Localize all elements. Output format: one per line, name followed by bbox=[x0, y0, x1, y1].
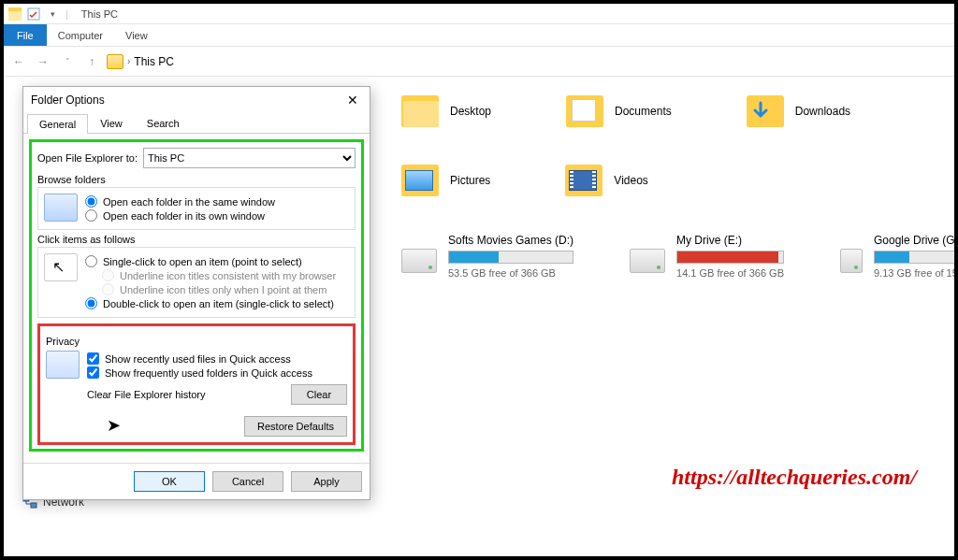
svg-rect-4 bbox=[31, 503, 36, 508]
privacy-label: Privacy bbox=[46, 336, 347, 347]
dialog-titlebar[interactable]: Folder Options ✕ bbox=[23, 87, 370, 113]
radio-input[interactable] bbox=[85, 209, 97, 222]
click-icon bbox=[44, 253, 78, 281]
tab-file[interactable]: File bbox=[4, 24, 47, 46]
radio-input bbox=[102, 269, 114, 281]
folder-videos[interactable]: Videos bbox=[565, 165, 647, 196]
drive-free-text: 14.1 GB free of 366 GB bbox=[676, 267, 784, 279]
up-button[interactable]: ↑ bbox=[82, 52, 101, 71]
apply-button[interactable]: Apply bbox=[291, 471, 362, 492]
folder-pictures[interactable]: Pictures bbox=[401, 165, 490, 196]
qat-dropdown-icon[interactable]: ▾ bbox=[45, 7, 60, 22]
videos-icon bbox=[565, 165, 602, 196]
recent-dropdown[interactable]: ˅ bbox=[58, 52, 77, 71]
privacy-group: Show recently used files in Quick access… bbox=[46, 349, 347, 407]
radio-input[interactable] bbox=[85, 195, 97, 208]
address-bar[interactable]: › This PC bbox=[107, 54, 174, 69]
checkbox-input[interactable] bbox=[87, 366, 99, 379]
forward-button[interactable]: → bbox=[34, 52, 52, 71]
nav-bar: ← → ˅ ↑ › This PC bbox=[4, 47, 954, 77]
folder-label: Downloads bbox=[795, 105, 850, 118]
folders-row-1: Desktop Documents Downloads bbox=[401, 95, 954, 127]
restore-row: Restore Defaults bbox=[46, 416, 347, 437]
desktop-icon bbox=[401, 95, 439, 127]
radio-label: Open each folder in the same window bbox=[103, 196, 275, 208]
window-title: This PC bbox=[81, 8, 118, 20]
drive-usage-bar bbox=[676, 251, 784, 264]
dialog-body: Open File Explorer to: This PC Browse fo… bbox=[23, 134, 370, 457]
tab-view[interactable]: View bbox=[114, 24, 159, 46]
properties-icon[interactable] bbox=[26, 7, 41, 22]
open-label: Open File Explorer to: bbox=[37, 152, 138, 164]
drive-g[interactable]: Google Drive (G:) 9.13 GB free of 15 bbox=[840, 234, 958, 279]
documents-icon bbox=[566, 95, 603, 127]
folder-label: Desktop bbox=[450, 105, 491, 118]
radio-double-click[interactable]: Double-click to open an item (single-cli… bbox=[85, 297, 349, 309]
radio-input bbox=[102, 283, 114, 295]
check-recent-files[interactable]: Show recently used files in Quick access bbox=[87, 352, 347, 365]
open-explorer-row: Open File Explorer to: This PC bbox=[37, 148, 356, 168]
highlight-green: Open File Explorer to: This PC Browse fo… bbox=[29, 139, 364, 452]
radio-input[interactable] bbox=[85, 297, 97, 309]
back-button[interactable]: ← bbox=[9, 52, 28, 71]
drive-usage-bar bbox=[448, 251, 573, 264]
checkbox-input[interactable] bbox=[87, 352, 99, 365]
browse-group: Open each folder in the same window Open… bbox=[37, 187, 356, 230]
restore-defaults-button[interactable]: Restore Defaults bbox=[244, 416, 347, 437]
folder-label: Pictures bbox=[450, 174, 490, 187]
watermark-text: https://alltechqueries.com/ bbox=[672, 465, 917, 490]
tab-search[interactable]: Search bbox=[135, 113, 192, 133]
highlight-red: Privacy Show recently used files in Quic… bbox=[37, 323, 356, 445]
folder-label: Videos bbox=[614, 174, 647, 187]
tab-view[interactable]: View bbox=[88, 113, 135, 133]
clear-button[interactable]: Clear bbox=[291, 384, 347, 405]
drive-free-text: 53.5 GB free of 366 GB bbox=[448, 267, 573, 279]
radio-same-window[interactable]: Open each folder in the same window bbox=[85, 195, 349, 208]
click-label: Click items as follows bbox=[37, 234, 356, 245]
drive-usage-bar bbox=[874, 251, 958, 264]
folder-documents[interactable]: Documents bbox=[566, 95, 672, 127]
hdd-icon bbox=[840, 249, 863, 273]
check-frequent-folders[interactable]: Show frequently used folders in Quick ac… bbox=[87, 366, 347, 379]
radio-label: Underline icon titles consistent with my… bbox=[120, 270, 336, 281]
hdd-icon bbox=[401, 249, 437, 273]
radio-input[interactable] bbox=[85, 255, 97, 267]
folder-desktop[interactable]: Desktop bbox=[401, 95, 491, 127]
folder-options-dialog: Folder Options ✕ General View Search Ope… bbox=[22, 86, 370, 500]
clear-label: Clear File Explorer history bbox=[87, 389, 206, 400]
radio-single-click[interactable]: Single-click to open an item (point to s… bbox=[85, 255, 349, 267]
privacy-icon bbox=[46, 351, 80, 379]
radio-label: Underline icon titles only when I point … bbox=[120, 284, 327, 295]
cancel-button[interactable]: Cancel bbox=[212, 471, 283, 492]
chevron-right-icon: › bbox=[127, 56, 130, 66]
clear-history-row: Clear File Explorer history Clear bbox=[87, 384, 347, 405]
radio-underline-browser: Underline icon titles consistent with my… bbox=[102, 269, 349, 281]
drive-label: Softs Movies Games (D:) bbox=[448, 234, 573, 247]
title-bar: ▾ | This PC bbox=[4, 4, 954, 24]
ribbon: File Computer View bbox=[4, 24, 954, 47]
drive-label: My Drive (E:) bbox=[676, 234, 784, 247]
radio-own-window[interactable]: Open each folder in its own window bbox=[85, 209, 349, 222]
separator: | bbox=[65, 8, 68, 20]
dialog-tabs: General View Search bbox=[23, 113, 370, 134]
folder-downloads[interactable]: Downloads bbox=[747, 95, 850, 127]
drive-d[interactable]: Softs Movies Games (D:) 53.5 GB free of … bbox=[401, 234, 573, 279]
close-button[interactable]: ✕ bbox=[343, 91, 362, 109]
radio-underline-point: Underline icon titles only when I point … bbox=[102, 283, 349, 295]
location-text: This PC bbox=[134, 55, 174, 68]
downloads-icon bbox=[747, 95, 784, 127]
radio-label: Open each folder in its own window bbox=[103, 210, 265, 222]
drive-label: Google Drive (G:) bbox=[874, 234, 958, 247]
browse-icon bbox=[44, 194, 78, 222]
open-explorer-select[interactable]: This PC bbox=[143, 148, 356, 168]
click-group: Single-click to open an item (point to s… bbox=[37, 247, 356, 318]
location-icon bbox=[107, 54, 123, 69]
check-label: Show recently used files in Quick access bbox=[105, 353, 291, 365]
tab-computer[interactable]: Computer bbox=[47, 24, 114, 46]
ok-button[interactable]: OK bbox=[134, 471, 205, 492]
dialog-title: Folder Options bbox=[31, 93, 105, 107]
tab-general[interactable]: General bbox=[27, 114, 88, 134]
folder-label: Documents bbox=[615, 105, 672, 118]
drive-e[interactable]: My Drive (E:) 14.1 GB free of 366 GB bbox=[630, 234, 784, 279]
hdd-icon bbox=[630, 249, 665, 273]
